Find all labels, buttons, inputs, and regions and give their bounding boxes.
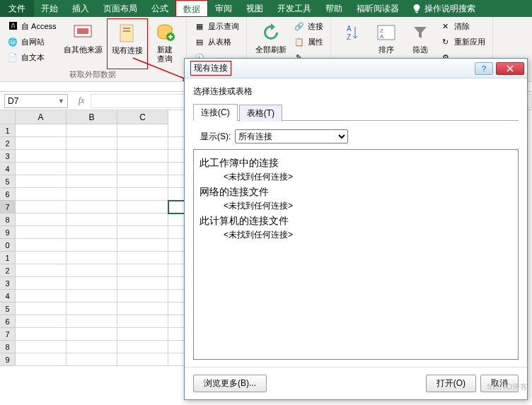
cell[interactable] bbox=[16, 341, 66, 353]
clear-filter-button[interactable]: ✕清除 bbox=[437, 18, 488, 34]
row-header[interactable]: 4 bbox=[0, 163, 16, 175]
cell[interactable] bbox=[16, 124, 66, 137]
cell[interactable] bbox=[66, 341, 117, 353]
dialog-help-button[interactable]: ? bbox=[475, 62, 493, 75]
cell[interactable] bbox=[66, 150, 117, 163]
cell[interactable] bbox=[117, 277, 168, 290]
cell[interactable] bbox=[16, 188, 66, 201]
cell[interactable] bbox=[16, 353, 66, 366]
reapply-button[interactable]: ↻重新应用 bbox=[437, 34, 488, 49]
menu-developer[interactable]: 开发工具 bbox=[270, 0, 318, 17]
name-box[interactable]: D7 ▼ bbox=[4, 94, 68, 108]
menu-data[interactable]: 数据 bbox=[175, 0, 208, 17]
cell[interactable] bbox=[16, 150, 66, 163]
col-header-b[interactable]: B bbox=[66, 110, 117, 124]
cell[interactable] bbox=[117, 252, 168, 264]
connections-button[interactable]: 🔗连接 bbox=[291, 18, 326, 34]
existing-connections-button[interactable]: 现有连接 bbox=[107, 18, 148, 69]
cell[interactable] bbox=[66, 315, 117, 328]
cell[interactable] bbox=[66, 188, 117, 201]
row-header[interactable]: 2 bbox=[0, 137, 16, 150]
row-header[interactable]: 1 bbox=[0, 252, 16, 264]
cell[interactable] bbox=[16, 163, 66, 175]
row-header[interactable]: 2 bbox=[0, 264, 16, 277]
row-header[interactable]: 6 bbox=[0, 188, 16, 201]
row-header[interactable]: 0 bbox=[0, 239, 16, 252]
dialog-close-button[interactable] bbox=[496, 62, 524, 75]
cell[interactable] bbox=[117, 188, 168, 201]
row-header[interactable]: 8 bbox=[0, 341, 16, 353]
cell[interactable] bbox=[16, 226, 66, 239]
row-header[interactable]: 3 bbox=[0, 150, 16, 163]
cell[interactable] bbox=[66, 303, 117, 315]
cell[interactable] bbox=[117, 290, 168, 303]
row-header[interactable]: 5 bbox=[0, 175, 16, 188]
row-header[interactable]: 9 bbox=[0, 353, 16, 366]
cell[interactable] bbox=[66, 163, 117, 175]
cell[interactable] bbox=[117, 328, 168, 341]
cell[interactable] bbox=[117, 303, 168, 315]
cell[interactable] bbox=[16, 175, 66, 188]
cell[interactable] bbox=[16, 213, 66, 226]
cell[interactable] bbox=[16, 315, 66, 328]
cell[interactable] bbox=[16, 252, 66, 264]
cell[interactable] bbox=[16, 303, 66, 315]
cell[interactable] bbox=[117, 124, 168, 137]
cell[interactable] bbox=[117, 226, 168, 239]
col-header-a[interactable]: A bbox=[16, 110, 66, 124]
properties-button[interactable]: 📋属性 bbox=[291, 34, 326, 49]
cell[interactable] bbox=[66, 252, 117, 264]
cell[interactable] bbox=[16, 137, 66, 150]
cell[interactable] bbox=[16, 264, 66, 277]
cell[interactable] bbox=[66, 264, 117, 277]
menu-help[interactable]: 帮助 bbox=[318, 0, 349, 17]
show-queries-button[interactable]: ▦显示查询 bbox=[191, 18, 242, 34]
cell[interactable] bbox=[16, 239, 66, 252]
cell[interactable] bbox=[66, 175, 117, 188]
cell[interactable] bbox=[66, 353, 117, 366]
cell[interactable] bbox=[117, 201, 168, 213]
row-header[interactable]: 7 bbox=[0, 328, 16, 341]
cell[interactable] bbox=[16, 277, 66, 290]
cell[interactable] bbox=[66, 239, 117, 252]
cell[interactable] bbox=[117, 213, 168, 226]
col-header-c[interactable]: C bbox=[117, 110, 168, 124]
row-header[interactable]: 4 bbox=[0, 290, 16, 303]
row-header[interactable]: 1 bbox=[0, 124, 16, 137]
cell[interactable] bbox=[16, 201, 66, 213]
row-header[interactable]: 5 bbox=[0, 303, 16, 315]
dialog-titlebar[interactable]: 现有连接 ? bbox=[185, 59, 527, 78]
cell[interactable] bbox=[66, 328, 117, 341]
cell[interactable] bbox=[117, 175, 168, 188]
cell[interactable] bbox=[117, 315, 168, 328]
cell[interactable] bbox=[117, 353, 168, 366]
menu-home[interactable]: 开始 bbox=[34, 0, 65, 17]
from-text-button[interactable]: 📄自文本 bbox=[4, 49, 59, 65]
tell-me-search[interactable]: 操作说明搜索 bbox=[412, 3, 475, 15]
show-select[interactable]: 所有连接 bbox=[235, 129, 348, 143]
cell[interactable] bbox=[117, 163, 168, 175]
connections-listbox[interactable]: 此工作簿中的连接 <未找到任何连接> 网络的连接文件 <未找到任何连接> 此计算… bbox=[193, 149, 519, 360]
cell[interactable] bbox=[117, 150, 168, 163]
new-query-button[interactable]: 新建 查询 bbox=[148, 18, 182, 69]
from-other-sources-button[interactable]: 自其他来源 bbox=[59, 18, 107, 69]
from-web-button[interactable]: 🌐自网站 bbox=[4, 34, 59, 49]
menu-formulas[interactable]: 公式 bbox=[144, 0, 175, 17]
chevron-down-icon[interactable]: ▼ bbox=[58, 98, 64, 105]
select-all-corner[interactable] bbox=[0, 110, 16, 124]
cell[interactable] bbox=[16, 290, 66, 303]
menu-foxit[interactable]: 福昕阅读器 bbox=[349, 0, 406, 17]
open-button[interactable]: 打开(O) bbox=[426, 375, 476, 392]
row-header[interactable]: 9 bbox=[0, 226, 16, 239]
cell[interactable] bbox=[117, 341, 168, 353]
from-access-button[interactable]: 🅰自 Access bbox=[4, 18, 59, 34]
cell[interactable] bbox=[66, 201, 117, 213]
cell[interactable] bbox=[66, 213, 117, 226]
browse-more-button[interactable]: 浏览更多(B)... bbox=[193, 375, 267, 392]
cell[interactable] bbox=[117, 137, 168, 150]
menu-insert[interactable]: 插入 bbox=[65, 0, 96, 17]
menu-review[interactable]: 审阅 bbox=[208, 0, 239, 17]
menu-view[interactable]: 视图 bbox=[239, 0, 270, 17]
cell[interactable] bbox=[117, 239, 168, 252]
cell[interactable] bbox=[66, 137, 117, 150]
